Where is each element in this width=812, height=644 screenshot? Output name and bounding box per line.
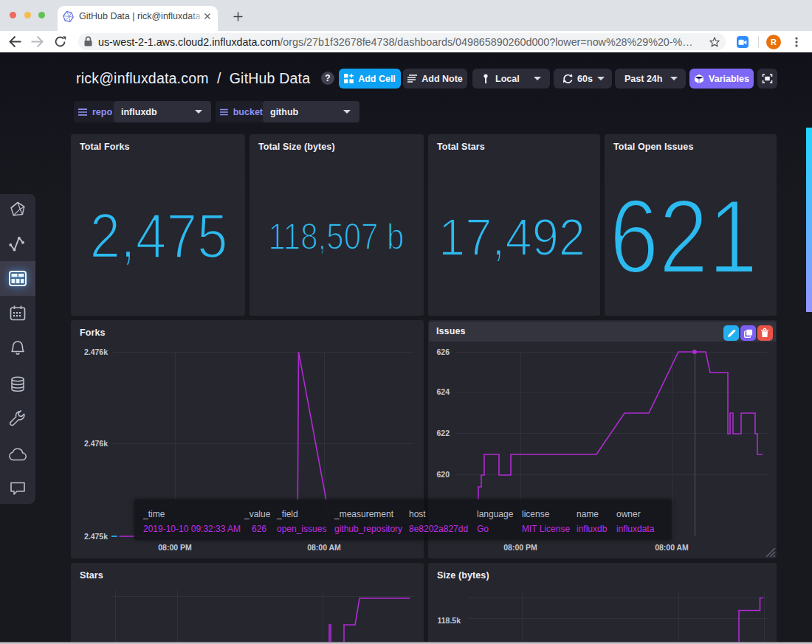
svg-text:626: 626 [436, 347, 450, 356]
svg-text:2.475k: 2.475k [84, 532, 108, 541]
svg-text:622: 622 [436, 429, 450, 437]
svg-text:08:00 PM: 08:00 PM [503, 543, 537, 552]
svg-text:620: 620 [436, 470, 450, 479]
svg-text:2,475: 2,475 [90, 200, 228, 271]
svg-text:17,492: 17,492 [438, 209, 585, 266]
svg-text:08:00 PM: 08:00 PM [158, 543, 192, 552]
svg-text:118.5k: 118.5k [437, 616, 461, 625]
svg-text:118,507 b: 118,507 b [269, 216, 405, 257]
svg-text:621: 621 [610, 178, 758, 295]
svg-text:2.476k: 2.476k [84, 439, 108, 448]
svg-text:624: 624 [436, 387, 450, 396]
svg-text:08:00 AM: 08:00 AM [655, 543, 689, 552]
svg-text:2.476k: 2.476k [84, 347, 108, 356]
svg-text:08:00 AM: 08:00 AM [307, 543, 341, 552]
